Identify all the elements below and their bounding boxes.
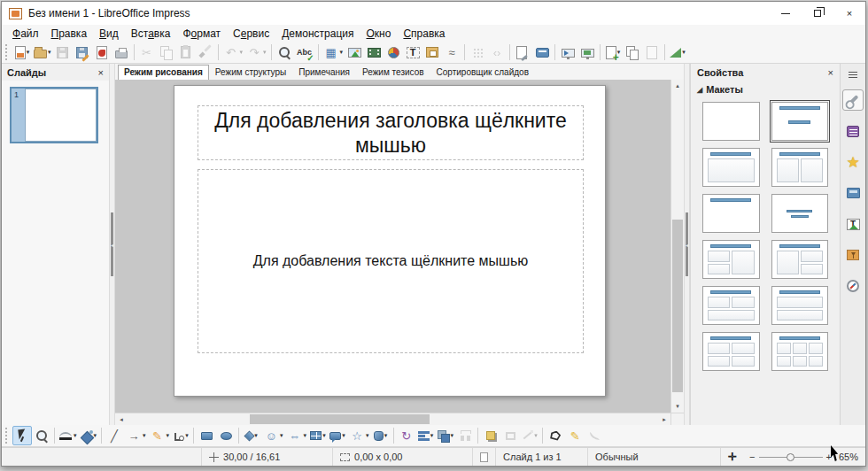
splitter-grip[interactable]: [111, 212, 113, 276]
insert-media-button[interactable]: [364, 42, 384, 62]
menu-сервис[interactable]: Сервис: [227, 27, 275, 41]
edit-points-button[interactable]: [546, 426, 565, 445]
curves-and-polygons-button[interactable]: ✎▾: [148, 426, 172, 445]
show-glue-point-functions-button[interactable]: ✎: [565, 426, 585, 445]
slide-canvas[interactable]: Для добавления заголовка щёлкните мышью …: [115, 80, 684, 425]
layout-centered-text[interactable]: [771, 194, 829, 233]
horizontal-scroll-track[interactable]: [128, 414, 658, 424]
menu-правка[interactable]: Правка: [45, 27, 94, 41]
view-tab[interactable]: Сортировщик слайдов: [430, 65, 535, 80]
title-placeholder[interactable]: Для добавления заголовка щёлкните мышью: [198, 105, 584, 160]
layout-title-only[interactable]: [702, 194, 760, 233]
open-button[interactable]: ▾: [32, 42, 53, 62]
minimize-button[interactable]: [770, 2, 802, 25]
zoom-track[interactable]: [759, 457, 823, 458]
print-button[interactable]: [112, 42, 131, 62]
scroll-right-icon[interactable]: ▸: [658, 416, 670, 423]
sidebar-tab-properties[interactable]: [842, 89, 864, 111]
zoom-level[interactable]: 65%: [837, 452, 865, 462]
menu-вид[interactable]: Вид: [93, 27, 125, 41]
slide[interactable]: Для добавления заголовка щёлкните мышью …: [174, 85, 606, 397]
menu-файл[interactable]: Файл: [6, 27, 45, 41]
insert-line-button[interactable]: ╱: [105, 426, 124, 445]
layout-title-c-over-c[interactable]: [771, 286, 829, 325]
insert-chart-button[interactable]: [384, 42, 403, 62]
show-draw-functions-dropdown-icon[interactable]: ▾: [682, 49, 686, 56]
stars-and-banners-button[interactable]: ☆▾: [347, 426, 371, 445]
toolbar-handle[interactable]: [5, 428, 9, 444]
start-from-first-slide-button[interactable]: [558, 42, 577, 62]
master-slide-button[interactable]: [532, 42, 552, 62]
basic-shapes-button[interactable]: ▾: [242, 426, 261, 445]
insert-special-character-button[interactable]: ≈: [442, 42, 461, 62]
align-objects-button[interactable]: ▾: [416, 426, 436, 445]
show-draw-functions-button[interactable]: ▾: [668, 42, 687, 62]
sidebar-tab-master-slides[interactable]: [842, 182, 864, 204]
view-tab[interactable]: Режим тезисов: [356, 65, 430, 80]
fill-style-button[interactable]: ▾: [79, 426, 99, 445]
arrange-objects-dropdown-icon[interactable]: ▾: [451, 432, 454, 439]
layouts-section-header[interactable]: ◢ Макеты: [691, 81, 840, 96]
layout-title-4c[interactable]: [702, 332, 760, 371]
callout-shapes-dropdown-icon[interactable]: ▾: [342, 432, 345, 439]
insert-table-dropdown-icon[interactable]: ▾: [340, 49, 344, 56]
sidebar-menu-button[interactable]: [843, 66, 863, 82]
rectangle-button[interactable]: [197, 426, 216, 445]
layout-title-2c-over-c[interactable]: [702, 286, 760, 325]
new-presentation-dropdown-icon[interactable]: ▾: [27, 49, 30, 56]
find-and-replace-button[interactable]: [275, 42, 294, 62]
zoom-thumb[interactable]: [787, 453, 794, 461]
insert-text-box-button[interactable]: T: [403, 42, 422, 62]
open-dropdown-icon[interactable]: ▾: [48, 49, 51, 56]
splitter-grip[interactable]: [686, 212, 688, 276]
insert-fontwork-button[interactable]: [422, 42, 442, 62]
body-placeholder[interactable]: Для добавления текста щёлкните мышью: [198, 169, 584, 353]
insert-table-button[interactable]: ▦▾: [322, 42, 345, 62]
view-tab[interactable]: Примечания: [292, 65, 356, 80]
spelling-button[interactable]: Abc: [294, 42, 315, 62]
fit-slide-cell[interactable]: ✛: [720, 448, 744, 466]
connectors-button[interactable]: ▾: [171, 426, 190, 445]
curves-and-polygons-dropdown-icon[interactable]: ▾: [167, 432, 170, 439]
view-tab[interactable]: Режим рисования: [118, 65, 209, 81]
menu-вставка[interactable]: Вставка: [125, 27, 177, 41]
zoom-in-button[interactable]: +: [826, 452, 832, 462]
block-arrows-dropdown-icon[interactable]: ▾: [304, 432, 307, 439]
zoom-and-pan-button[interactable]: [32, 426, 51, 445]
export-pdf-button[interactable]: [92, 42, 112, 62]
select-button[interactable]: [12, 426, 32, 445]
horizontal-scroll-thumb[interactable]: [250, 414, 430, 424]
3d-objects-button[interactable]: ▾: [371, 426, 391, 445]
block-arrows-button[interactable]: ⇔▾: [285, 426, 309, 445]
menu-окно[interactable]: Окно: [360, 27, 398, 41]
arrange-objects-button[interactable]: ▾: [436, 426, 456, 445]
layout-title-2c-c[interactable]: [702, 240, 760, 279]
menu-справка[interactable]: Справка: [397, 27, 451, 41]
layout-title-c-2c[interactable]: [771, 240, 829, 279]
slides-panel-splitter[interactable]: [109, 64, 115, 425]
menu-формат[interactable]: Формат: [176, 27, 227, 41]
sidebar-close-icon[interactable]: ×: [828, 67, 833, 78]
layout-title-sub[interactable]: [771, 102, 829, 141]
scroll-left-icon[interactable]: ◂: [115, 416, 128, 423]
menu-демонстрация[interactable]: Демонстрация: [275, 27, 360, 41]
sidebar-tab-navigator[interactable]: [842, 275, 864, 297]
scroll-up-icon[interactable]: ▴: [671, 80, 684, 92]
new-presentation-button[interactable]: ▾: [12, 42, 32, 62]
new-slide-button[interactable]: ▾: [603, 42, 623, 62]
slide-thumbnail[interactable]: 1: [10, 87, 98, 143]
duplicate-slide-button[interactable]: [623, 42, 642, 62]
layout-title-2content[interactable]: [771, 148, 829, 187]
save-as-button[interactable]: [73, 42, 92, 62]
fill-style-dropdown-icon[interactable]: ▾: [94, 432, 97, 439]
3d-objects-dropdown-icon[interactable]: ▾: [384, 432, 388, 439]
redo-dropdown-icon[interactable]: ▾: [263, 49, 267, 56]
close-button[interactable]: ×: [833, 2, 865, 25]
scroll-down-icon[interactable]: ▾: [671, 400, 684, 413]
undo-dropdown-icon[interactable]: ▾: [240, 49, 244, 56]
insert-image-button[interactable]: [345, 42, 364, 62]
line-style-dropdown-icon[interactable]: ▾: [74, 432, 77, 439]
zoom-out-button[interactable]: −: [749, 452, 755, 462]
sidebar-tab-slide-transition[interactable]: [842, 120, 864, 142]
sidebar-splitter[interactable]: [684, 64, 690, 425]
